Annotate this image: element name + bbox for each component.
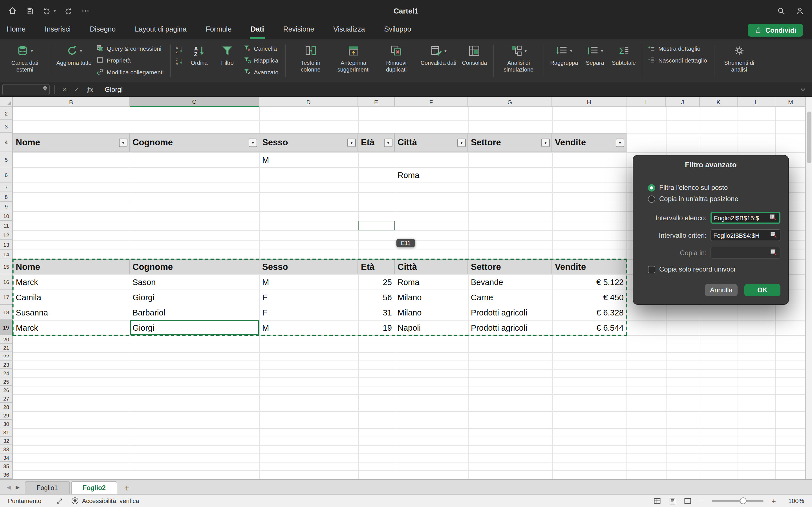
ribbon-button-aggiorna-tutto[interactable]: ▾Aggiorna tutto (54, 42, 94, 66)
row-header-27[interactable]: 27 (0, 394, 13, 403)
ribbon-tab-sviluppo[interactable]: Sviluppo (383, 21, 412, 39)
row-header-13[interactable]: 13 (0, 240, 13, 249)
cell-H15[interactable]: Vendite (552, 259, 626, 274)
radio-filter-in-place[interactable]: Filtra l'elenco sul posto (648, 184, 728, 191)
ribbon-tab-visualizza[interactable]: Visualizza (332, 21, 366, 39)
ribbon-button-testo-in-colonne[interactable]: Testo in colonne (289, 42, 332, 73)
column-header-G[interactable]: G (468, 97, 552, 107)
ribbon-button-subtotale[interactable]: ΣSubtotale (609, 42, 639, 66)
range-selector-icon[interactable] (770, 214, 777, 221)
ribbon-button-propriet[interactable]: Proprietà (97, 56, 164, 64)
zoom-slider-knob[interactable] (740, 497, 747, 504)
column-header-I[interactable]: I (626, 97, 666, 107)
ribbon-tab-dati[interactable]: Dati (250, 21, 265, 39)
cell-C19[interactable]: Giorgi (130, 320, 259, 335)
row-header-32[interactable]: 32 (0, 437, 13, 445)
filter-dropdown-icon[interactable]: ▾ (616, 138, 624, 147)
undo-caret-icon[interactable]: ▾ (54, 8, 56, 13)
ribbon-tab-home[interactable]: Home (6, 21, 27, 39)
cell-F16[interactable]: Roma (395, 274, 468, 290)
cell-F6[interactable]: Roma (395, 167, 468, 182)
cell-F4[interactable]: Città (395, 133, 468, 152)
cell-G15[interactable]: Settore (468, 259, 552, 274)
cell-B15[interactable]: Nome (13, 259, 130, 274)
filter-dropdown-icon[interactable]: ▾ (457, 138, 466, 147)
row-header-5[interactable]: 5 (0, 152, 13, 167)
ribbon-tab-disegno[interactable]: Disegno (89, 21, 117, 39)
add-sheet-button[interactable]: + (124, 483, 130, 492)
filter-dropdown-icon[interactable]: ▾ (249, 138, 257, 147)
ok-button[interactable]: OK (744, 284, 780, 296)
redo-icon[interactable] (64, 6, 73, 15)
zoom-in-button[interactable]: + (772, 497, 776, 505)
cell-G16[interactable]: Bevande (468, 274, 552, 290)
column-header-F[interactable]: F (395, 97, 468, 107)
name-box[interactable] (2, 83, 50, 95)
ribbon-button-raggruppa[interactable]: ▾Raggruppa (547, 42, 581, 66)
sort-asc-button[interactable]: AZ (175, 46, 184, 54)
ribbon-tab-revisione[interactable]: Revisione (282, 21, 315, 39)
cell-B19[interactable]: Marck (13, 320, 130, 335)
ribbon-button-cancella[interactable]: Cancella (244, 45, 278, 52)
cell-D16[interactable]: M (259, 274, 358, 290)
undo-icon[interactable] (42, 6, 51, 15)
ribbon-tab-layout-di-pagina[interactable]: Layout di pagina (134, 21, 188, 39)
row-header-12[interactable]: 12 (0, 230, 13, 240)
row-header-25[interactable]: 25 (0, 378, 13, 386)
row-header-14[interactable]: 14 (0, 249, 13, 259)
cell-G4[interactable]: Settore (468, 133, 552, 152)
row-header-22[interactable]: 22 (0, 352, 13, 360)
name-box-stepper-icon[interactable] (43, 86, 47, 91)
normal-view-icon[interactable] (653, 497, 661, 505)
range-selector-icon[interactable] (770, 231, 777, 239)
row-header-3[interactable]: 3 (0, 120, 13, 133)
confirm-entry-icon[interactable]: ✓ (73, 86, 79, 93)
ribbon-tab-inserisci[interactable]: Inserisci (44, 21, 72, 39)
column-header-H[interactable]: H (552, 97, 626, 107)
criteria-range-input[interactable]: Foglio2!$B$4:$H (711, 229, 780, 241)
ribbon-button-consolida[interactable]: Consolida (459, 42, 490, 66)
radio-unselected-icon[interactable] (648, 195, 655, 203)
unique-records-option[interactable]: Copia solo record univoci (648, 265, 735, 273)
ribbon-button-analisi-di-simulazione[interactable]: ▾Analisi di simulazione (497, 42, 540, 73)
cell-E17[interactable]: 56 (358, 290, 395, 305)
sheet-nav-right-icon[interactable]: ▶ (16, 485, 20, 490)
row-header-9[interactable]: 9 (0, 202, 13, 211)
row-header-7[interactable]: 7 (0, 182, 13, 192)
cell-G17[interactable]: Carne (468, 290, 552, 305)
expand-formula-bar-icon[interactable] (800, 86, 806, 93)
row-header-29[interactable]: 29 (0, 411, 13, 420)
ribbon-button-strumenti-di-analisi[interactable]: Strumenti di analisi (718, 42, 761, 73)
pending-cell-E11[interactable] (358, 221, 395, 230)
cell-D18[interactable]: F (259, 305, 358, 320)
cell-D17[interactable]: F (259, 290, 358, 305)
cell-D19[interactable]: M (259, 320, 358, 335)
selection-mode-icon[interactable] (56, 497, 63, 504)
column-header-D[interactable]: D (259, 97, 358, 107)
ribbon-button-riapplica[interactable]: Riapplica (244, 56, 278, 64)
row-header-30[interactable]: 30 (0, 420, 13, 428)
filter-dropdown-icon[interactable]: ▾ (347, 138, 356, 147)
row-header-4[interactable]: 4 (0, 133, 13, 152)
cell-F15[interactable]: Città (395, 259, 468, 274)
ribbon-button-anteprima-suggerimenti[interactable]: Anteprima suggerimenti (332, 42, 375, 73)
filter-dropdown-icon[interactable]: ▾ (541, 138, 550, 147)
zoom-slider[interactable] (712, 500, 764, 502)
row-header-31[interactable]: 31 (0, 428, 13, 437)
scrollbar-thumb[interactable] (807, 112, 811, 163)
cell-E19[interactable]: 19 (358, 320, 395, 335)
row-header-17[interactable]: 17 (0, 290, 13, 305)
home-icon[interactable] (8, 6, 17, 15)
row-header-28[interactable]: 28 (0, 403, 13, 411)
cell-C4[interactable]: Cognome (130, 133, 259, 152)
row-header-11[interactable]: 11 (0, 221, 13, 230)
column-header-E[interactable]: E (358, 97, 395, 107)
ribbon-button-convalida-dati[interactable]: ▾Convalida dati (418, 42, 459, 66)
cell-B16[interactable]: Marck (13, 274, 130, 290)
cell-F18[interactable]: Milano (395, 305, 468, 320)
select-all-corner[interactable] (0, 97, 13, 107)
save-icon[interactable] (26, 6, 34, 15)
cell-E16[interactable]: 25 (358, 274, 395, 290)
cell-D4[interactable]: Sesso (259, 133, 358, 152)
more-actions-icon[interactable] (81, 6, 90, 15)
